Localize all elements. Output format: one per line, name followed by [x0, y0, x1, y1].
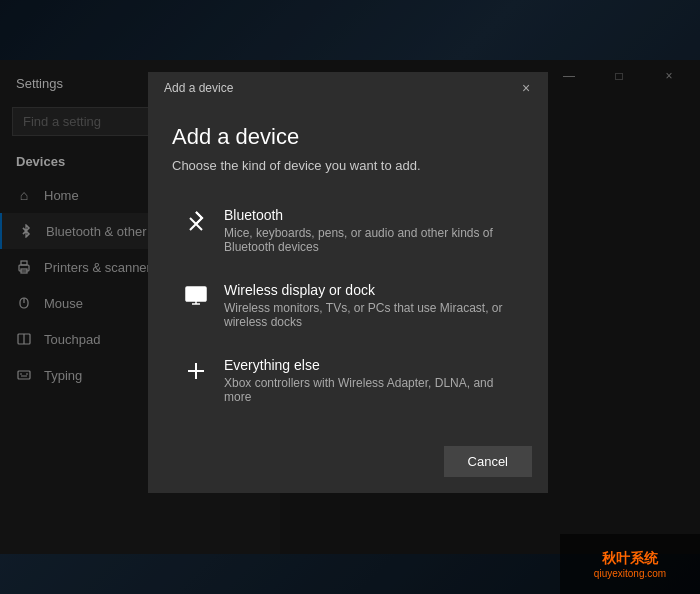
modal-subtitle: Choose the kind of device you want to ad…: [172, 158, 524, 173]
device-option-wireless[interactable]: Wireless display or dock Wireless monito…: [172, 268, 524, 343]
modal-close-button[interactable]: ×: [512, 74, 540, 102]
device-info-wireless: Wireless display or dock Wireless monito…: [224, 282, 512, 329]
cancel-button[interactable]: Cancel: [444, 446, 532, 477]
device-info-bluetooth: Bluetooth Mice, keyboards, pens, or audi…: [224, 207, 512, 254]
device-desc-bluetooth: Mice, keyboards, pens, or audio and othe…: [224, 226, 512, 254]
monitor-icon: [184, 284, 208, 308]
modal-body: Add a device Choose the kind of device y…: [148, 104, 548, 434]
modal-titlebar-text: Add a device: [164, 81, 233, 95]
bluetooth-icon: [184, 209, 208, 233]
device-desc-wireless: Wireless monitors, TVs, or PCs that use …: [224, 301, 512, 329]
watermark-text-chinese: 秋叶系统: [602, 550, 658, 568]
svg-rect-15: [186, 287, 206, 301]
device-option-bluetooth[interactable]: Bluetooth Mice, keyboards, pens, or audi…: [172, 193, 524, 268]
watermark-text-url: qiuyexitong.com: [594, 568, 666, 579]
device-desc-everything: Xbox controllers with Wireless Adapter, …: [224, 376, 512, 404]
modal-titlebar: Add a device ×: [148, 72, 548, 104]
watermark: 秋叶系统 qiuyexitong.com: [560, 534, 700, 594]
modal-title: Add a device: [172, 124, 524, 150]
add-device-dialog: Add a device × Add a device Choose the k…: [148, 72, 548, 493]
svg-line-14: [190, 218, 196, 224]
device-name-wireless: Wireless display or dock: [224, 282, 512, 298]
modal-close-icon: ×: [522, 80, 530, 96]
plus-icon: [184, 359, 208, 383]
device-info-everything: Everything else Xbox controllers with Wi…: [224, 357, 512, 404]
modal-footer: Cancel: [148, 434, 548, 493]
device-option-everything[interactable]: Everything else Xbox controllers with Wi…: [172, 343, 524, 418]
device-name-bluetooth: Bluetooth: [224, 207, 512, 223]
device-name-everything: Everything else: [224, 357, 512, 373]
